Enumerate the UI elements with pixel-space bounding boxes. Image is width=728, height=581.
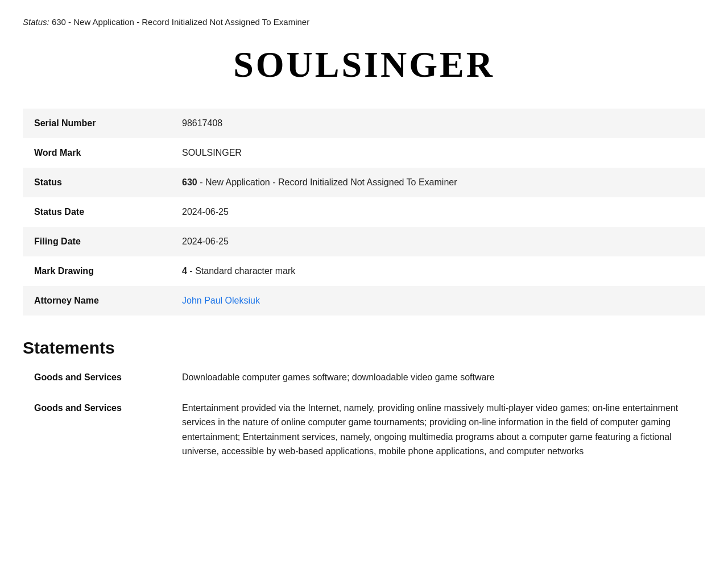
status-value: 630 - New Application - Record Initializ… xyxy=(52,17,309,27)
field-value-5: 4 - Standard character mark xyxy=(171,256,705,286)
statements-table: Goods and ServicesDownloadable computer … xyxy=(23,362,705,467)
main-data-table: Serial Number98617408Word MarkSOULSINGER… xyxy=(23,109,705,316)
field-label-4: Filing Date xyxy=(23,227,171,256)
field-value-0: 98617408 xyxy=(171,109,705,138)
statements-heading: Statements xyxy=(23,338,705,358)
trademark-title: SOULSINGER xyxy=(23,44,705,86)
goods-label-0: Goods and Services xyxy=(23,362,171,393)
attorney-link[interactable]: John Paul Oleksiuk xyxy=(182,296,260,305)
field-label-3: Status Date xyxy=(23,197,171,227)
field-value-1: SOULSINGER xyxy=(171,138,705,168)
goods-row-1: Goods and ServicesEntertainment provided… xyxy=(23,393,705,467)
goods-row-0: Goods and ServicesDownloadable computer … xyxy=(23,362,705,393)
field-value-3: 2024-06-25 xyxy=(171,197,705,227)
field-label-6: Attorney Name xyxy=(23,286,171,316)
status-label: Status: xyxy=(23,17,49,27)
goods-value-1: Entertainment provided via the Internet,… xyxy=(171,393,705,467)
goods-value-0: Downloadable computer games software; do… xyxy=(171,362,705,393)
field-value-6: John Paul Oleksiuk xyxy=(171,286,705,316)
field-label-2: Status xyxy=(23,168,171,197)
field-label-1: Word Mark xyxy=(23,138,171,168)
field-value-2: 630 - New Application - Record Initializ… xyxy=(171,168,705,197)
field-label-0: Serial Number xyxy=(23,109,171,138)
statements-section: Statements Goods and ServicesDownloadabl… xyxy=(23,338,705,467)
field-value-4: 2024-06-25 xyxy=(171,227,705,256)
goods-label-1: Goods and Services xyxy=(23,393,171,467)
field-label-5: Mark Drawing xyxy=(23,256,171,286)
status-line: Status: 630 - New Application - Record I… xyxy=(23,17,705,27)
